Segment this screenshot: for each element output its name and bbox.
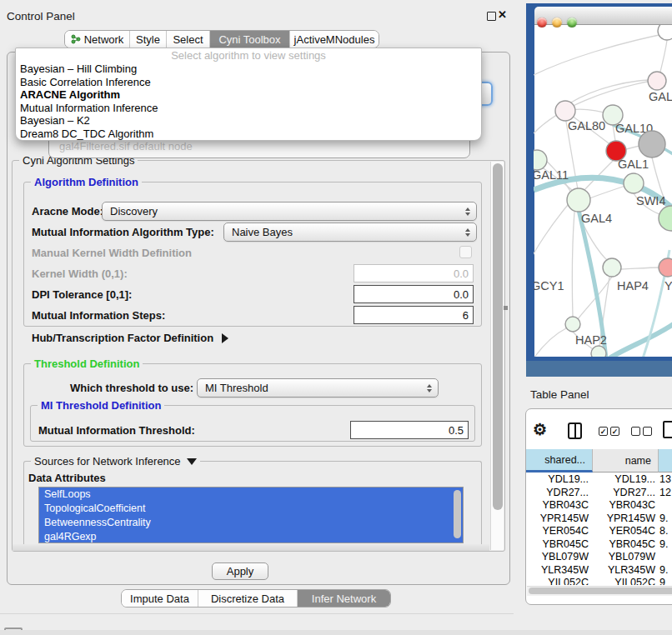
algorithm-option-dream8-dc-tdc-algorithm[interactable]: Dream8 DC_TDC Algorithm xyxy=(16,128,481,141)
kernel-width-input[interactable]: 0.0 xyxy=(354,264,474,282)
table-cell: YBR043C xyxy=(529,499,589,512)
sources-group-title: Sources for Network Inference xyxy=(34,455,181,468)
column-header-extra[interactable] xyxy=(659,449,672,472)
network-node-hap4[interactable] xyxy=(603,258,621,277)
table-row[interactable]: YLR345WYLR345W9. xyxy=(526,564,672,578)
float-window-icon[interactable] xyxy=(487,12,496,21)
gear-icon[interactable]: ⚙ xyxy=(533,420,547,439)
dropdown-hint: Select algorithm to view settings xyxy=(16,48,481,62)
network-node-y[interactable] xyxy=(659,258,672,277)
mi-steps-label: Mutual Information Steps: xyxy=(32,309,165,322)
splitter-handle[interactable] xyxy=(504,306,508,310)
tab-infer-network[interactable]: Infer Network xyxy=(298,590,390,607)
tab-label: Select xyxy=(173,33,203,46)
tab-impute-data[interactable]: Impute Data xyxy=(122,590,198,607)
sources-group-header[interactable]: Sources for Network Inference xyxy=(31,455,200,468)
node-label-swi4: SWI4 xyxy=(636,194,665,208)
hub-definition-toggle[interactable]: Hub/Transcription Factor Definition xyxy=(32,332,228,344)
attribute-item-betweennesscentrality[interactable]: BetweennessCentrality xyxy=(39,516,463,530)
unchecked-checkbox-icon[interactable] xyxy=(643,427,652,436)
table-cell: 9. xyxy=(659,564,672,578)
mi-algorithm-type-combo[interactable]: Naive Bayes xyxy=(223,222,477,242)
node-label-gcy1: GCY1 xyxy=(531,279,564,292)
network-node[interactable] xyxy=(659,206,672,231)
algorithm-option-aracne-algorithm[interactable]: ARACNE Algorithm xyxy=(16,88,481,102)
network-node[interactable] xyxy=(591,346,606,361)
table-row[interactable]: YER054CYER054C8. xyxy=(526,525,672,538)
table-cell: 9. xyxy=(659,538,672,552)
bottom-strip xyxy=(0,630,672,635)
network-node-gal[interactable] xyxy=(648,72,666,90)
tab-select[interactable]: Select xyxy=(167,31,210,48)
algorithm-option-basic-correlation-inference[interactable]: Basic Correlation Inference xyxy=(16,76,481,89)
tab-network[interactable]: Network xyxy=(65,31,130,48)
apply-button[interactable]: Apply xyxy=(212,562,268,580)
tab-jactivemnodules[interactable]: jActiveMNodules xyxy=(290,31,379,48)
network-node-gal4[interactable] xyxy=(567,188,590,212)
which-threshold-combo[interactable]: MI Threshold xyxy=(197,378,439,398)
network-icon xyxy=(71,34,81,44)
algorithm-option-mutual-information-inference[interactable]: Mutual Information Inference xyxy=(16,102,481,115)
mi-steps-input[interactable]: 6 xyxy=(354,306,474,324)
table-horizontal-scrollbar[interactable] xyxy=(527,586,672,596)
kernel-width-label: Kernel Width (0,1): xyxy=(32,268,128,280)
column-header-shared[interactable]: shared... xyxy=(526,449,593,472)
attribute-item-topologicalcoefficient[interactable]: TopologicalCoefficient xyxy=(39,502,463,516)
network-node[interactable] xyxy=(639,131,665,158)
tab-label: Discretize Data xyxy=(211,592,284,605)
algorithm-option-bayesian-hill-climbing[interactable]: Bayesian – Hill Climbing xyxy=(16,62,481,76)
tab-discretize-data[interactable]: Discretize Data xyxy=(198,590,298,607)
node-label-y: Y xyxy=(664,279,672,292)
aracne-mode-combo[interactable]: Discovery xyxy=(102,202,477,221)
settings-scrollbar-thumb[interactable] xyxy=(493,163,503,510)
threshold-definition-title: Threshold Definition xyxy=(31,358,143,370)
data-attributes-list[interactable]: SelfLoopsTopologicalCoefficientBetweenne… xyxy=(38,487,464,543)
table-scrollbar-thumb[interactable] xyxy=(529,588,672,594)
document-icon[interactable] xyxy=(663,421,672,438)
network-graph[interactable]: GALGAL80GAL10GAL1GAL11SWI4GAL4GCY1HAP4YH… xyxy=(526,0,672,377)
algorithm-dropdown-popup: Select algorithm to view settings Bayesi… xyxy=(15,48,482,141)
node-label-gal1: GAL1 xyxy=(618,158,649,171)
aracne-mode-value: Discovery xyxy=(110,205,158,218)
network-node-gcy1[interactable] xyxy=(526,264,532,279)
network-node-gal80[interactable] xyxy=(555,101,575,121)
table-rows: YDL19...YDL19...13YDR27...YDR27...12YBR0… xyxy=(526,473,672,585)
attribute-item-gal4rgexp[interactable]: gal4RGexp xyxy=(39,530,463,543)
close-icon[interactable]: ✕ xyxy=(498,8,507,21)
mi-threshold-input[interactable]: 0.5 xyxy=(350,421,469,439)
network-node-gal11[interactable] xyxy=(527,150,547,170)
checked-checkbox-icon[interactable]: ✓ xyxy=(610,427,619,436)
control-panel-tabbar: NetworkStyleSelectCyni ToolboxjActiveMNo… xyxy=(64,30,379,48)
table-row[interactable]: YDL19...YDL19...13 xyxy=(526,473,672,487)
manual-kernel-checkbox[interactable] xyxy=(459,246,472,258)
table-cell: 13 xyxy=(659,473,672,487)
node-label-hap2: HAP2 xyxy=(575,333,607,347)
network-node[interactable] xyxy=(658,22,672,40)
kernel-width-value: 0.0 xyxy=(454,268,469,280)
table-row[interactable]: YPR145WYPR145W9. xyxy=(526,512,672,526)
table-row[interactable]: YBL079WYBL079W xyxy=(526,551,672,564)
mi-threshold-group-title: MI Threshold Definition xyxy=(38,399,164,412)
table-row[interactable]: YDR27...YDR27...12 xyxy=(526,487,672,500)
checked-checkbox-icon[interactable]: ✓ xyxy=(599,427,608,436)
table-cell: YBR045C xyxy=(529,538,589,552)
table-panel-title: Table Panel xyxy=(530,388,589,401)
attributes-scrollbar-thumb[interactable] xyxy=(454,490,461,538)
tab-style[interactable]: Style xyxy=(130,31,167,48)
tab-cyni-toolbox[interactable]: Cyni Toolbox xyxy=(210,31,290,48)
table-row[interactable]: YBR045CYBR045C9. xyxy=(526,538,672,552)
node-label-gal4: GAL4 xyxy=(581,212,612,225)
network-node-hap2[interactable] xyxy=(565,317,580,332)
dpi-tolerance-input[interactable]: 0.0 xyxy=(354,285,474,303)
combo-spinner-icon xyxy=(465,208,470,216)
unchecked-checkbox-icon[interactable] xyxy=(631,427,640,436)
table-row[interactable]: YBR043CYBR043C xyxy=(526,499,672,512)
algorithm-option-bayesian-k2[interactable]: Bayesian – K2 xyxy=(16,114,481,128)
table-row[interactable]: YIL052CYIL052C9 xyxy=(526,577,672,585)
columns-icon[interactable] xyxy=(568,422,582,439)
hub-definition-label: Hub/Transcription Factor Definition xyxy=(32,332,213,344)
column-header-name[interactable]: name xyxy=(593,449,659,472)
attribute-item-selfloops[interactable]: SelfLoops xyxy=(39,488,463,502)
settings-scrollbar[interactable] xyxy=(490,162,504,550)
network-node-swi4[interactable] xyxy=(624,173,644,193)
